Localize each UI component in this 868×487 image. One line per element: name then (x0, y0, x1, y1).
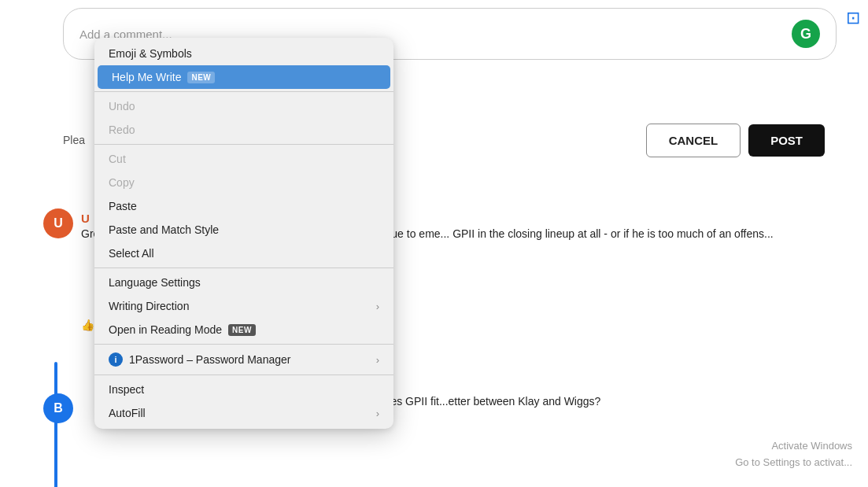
menu-item-undo: Undo (94, 94, 393, 118)
badge-new-help-me-write: NEW (187, 72, 215, 83)
menu-item-label-select-all: Select All (109, 247, 154, 260)
menu-item-autofill[interactable]: AutoFill› (94, 401, 393, 425)
menu-item-paste-match[interactable]: Paste and Match Style (94, 218, 393, 242)
menu-item-writing-direction[interactable]: Writing Direction› (94, 294, 393, 318)
post-button[interactable]: POST (748, 124, 825, 157)
menu-item-label-redo: Redo (109, 124, 135, 136)
please-text: Plea (63, 134, 85, 146)
corner-target-icon: ⊡ (846, 8, 860, 28)
menu-item-1password[interactable]: i1Password – Password Manager› (94, 347, 393, 372)
menu-item-label-inspect: Inspect (109, 383, 144, 396)
chevron-right-icon-autofill: › (376, 408, 379, 419)
separator-after-open-reading-mode (94, 344, 393, 345)
menu-item-label-open-reading-mode: Open in Reading Mode (109, 323, 222, 336)
menu-item-paste[interactable]: Paste (94, 194, 393, 218)
menu-item-copy: Copy (94, 171, 393, 194)
menu-item-label-autofill: AutoFill (109, 407, 146, 419)
menu-item-label-language-settings: Language Settings (109, 276, 201, 289)
menu-item-redo: Redo (94, 118, 393, 142)
thumbs-up-icon: 👍 (81, 319, 94, 331)
menu-item-label-emoji-symbols: Emoji & Symbols (109, 47, 192, 60)
menu-item-select-all[interactable]: Select All (94, 242, 393, 265)
cancel-button[interactable]: CANCEL (646, 124, 741, 157)
menu-item-label-paste-match: Paste and Match Style (109, 223, 219, 236)
menu-item-label-undo: Undo (109, 100, 135, 113)
separator-after-help-me-write (94, 91, 393, 92)
chevron-right-icon-writing-direction: › (376, 301, 379, 312)
menu-item-label-1password: 1Password – Password Manager (129, 353, 290, 366)
menu-item-inspect[interactable]: Inspect (94, 378, 393, 401)
menu-item-language-settings[interactable]: Language Settings (94, 271, 393, 294)
context-menu: Emoji & SymbolsHelp Me WriteNEWUndoRedoC… (94, 38, 393, 429)
menu-item-label-help-me-write: Help Me Write (112, 71, 181, 83)
separator-after-redo (94, 144, 393, 145)
menu-item-open-reading-mode[interactable]: Open in Reading ModeNEW (94, 318, 393, 341)
chevron-right-icon-1password: › (376, 354, 379, 366)
menu-item-emoji-symbols[interactable]: Emoji & Symbols (94, 42, 393, 65)
separator-after-select-all (94, 267, 393, 268)
menu-item-label-cut: Cut (109, 153, 126, 165)
1password-icon: i (109, 352, 123, 367)
menu-item-cut: Cut (94, 147, 393, 171)
menu-item-help-me-write[interactable]: Help Me WriteNEW (98, 65, 390, 89)
badge-new-open-reading-mode: NEW (228, 324, 256, 336)
comment-border (54, 362, 57, 487)
menu-item-label-copy: Copy (109, 176, 135, 189)
activate-windows-text: Activate Windows Go to Settings to activ… (735, 438, 852, 471)
menu-item-label-paste: Paste (109, 200, 137, 212)
menu-item-label-writing-direction: Writing Direction (109, 300, 189, 312)
avatar-user-2: B (43, 393, 73, 423)
avatar-user-1: U (43, 208, 73, 238)
action-buttons: CANCEL POST (646, 124, 825, 157)
separator-after-1password (94, 374, 393, 375)
grammarly-icon: G (792, 20, 820, 48)
